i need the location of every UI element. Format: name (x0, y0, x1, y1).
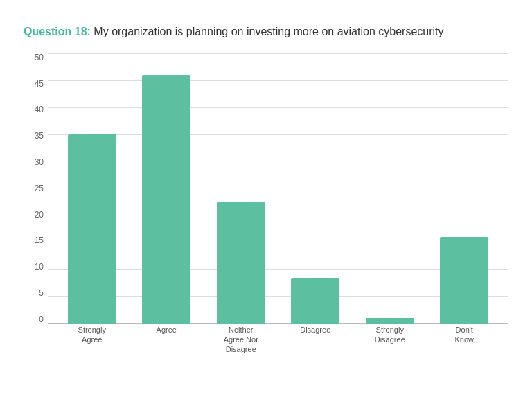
chart-title: Question 18: My organization is planning… (24, 24, 508, 39)
bar-group-disagree (278, 278, 353, 324)
bar-strongly-agree (68, 134, 116, 324)
y-tick-10: 10 (35, 263, 44, 271)
question-label: Question 18: (24, 26, 91, 37)
x-label-strongly-disagree: StronglyDisagree (353, 324, 427, 345)
y-tick-30: 30 (35, 158, 44, 166)
x-label-disagree: Disagree (278, 324, 353, 335)
y-tick-0: 0 (39, 315, 44, 324)
y-tick-25: 25 (35, 184, 44, 193)
x-labels-row: StronglyAgree Agree NeitherAgree NorDisa… (48, 324, 508, 344)
y-axis: 50 45 40 35 30 25 20 15 10 5 0 (24, 53, 48, 344)
bar-neither (217, 202, 265, 324)
bar-group-neither (204, 202, 278, 324)
bars-row (48, 53, 508, 324)
question-text: My organization is planning on investing… (91, 26, 444, 37)
bar-group-agree (130, 75, 204, 324)
x-label-neither: NeitherAgree NorDisagree (204, 324, 278, 355)
y-tick-35: 35 (35, 132, 44, 140)
chart-container: Question 18: My organization is planning… (10, 10, 522, 405)
y-tick-15: 15 (35, 236, 44, 245)
bar-group-strongly-disagree (353, 318, 427, 324)
bar-agree (142, 75, 190, 324)
y-tick-20: 20 (35, 211, 44, 219)
x-label-dont-know: Don'tKnow (427, 324, 502, 345)
y-tick-50: 50 (35, 53, 44, 62)
bar-strongly-disagree (366, 318, 414, 324)
x-label-strongly-agree: StronglyAgree (55, 324, 130, 345)
y-tick-5: 5 (39, 289, 44, 297)
plot-area: StronglyAgree Agree NeitherAgree NorDisa… (48, 53, 508, 344)
x-label-agree: Agree (130, 324, 204, 335)
bar-group-strongly-agree (55, 134, 130, 324)
bar-group-dont-know (427, 237, 502, 324)
y-tick-40: 40 (35, 105, 44, 114)
bar-dont-know (440, 237, 488, 324)
bar-disagree (291, 278, 339, 324)
chart-area: 50 45 40 35 30 25 20 15 10 5 0 (24, 53, 508, 344)
y-tick-45: 45 (35, 80, 44, 88)
